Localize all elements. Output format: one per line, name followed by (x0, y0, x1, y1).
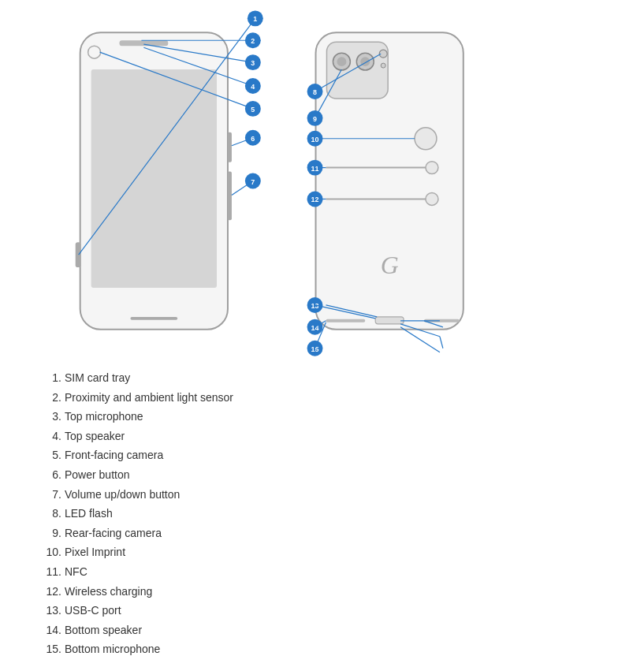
svg-rect-2 (119, 40, 168, 46)
legend-text: USB-C port (65, 603, 121, 619)
svg-rect-6 (228, 172, 232, 221)
legend-number: 1. (39, 371, 65, 386)
phone-diagram-svg: 1 2 3 4 5 6 7 (16, 8, 628, 371)
legend-item: 11.NFC (39, 565, 612, 580)
svg-text:1: 1 (253, 15, 257, 23)
svg-text:15: 15 (311, 345, 319, 353)
legend-item: 5.Front-facing camera (39, 448, 612, 464)
svg-point-37 (415, 128, 437, 150)
legend-number: 7. (39, 487, 65, 503)
svg-text:8: 8 (313, 88, 317, 96)
legend-list: 1.SIM card tray2.Proximity and ambient l… (39, 371, 612, 656)
legend-text: Rear-facing camera (65, 526, 162, 542)
svg-rect-4 (130, 317, 177, 320)
legend-item: 9.Rear-facing camera (39, 526, 612, 542)
legend-number: 9. (39, 526, 65, 542)
legend-number: 4. (39, 429, 65, 445)
svg-rect-5 (228, 132, 232, 162)
legend-text: SIM card tray (65, 371, 130, 386)
legend-text: Proximity and ambient light sensor (65, 390, 233, 406)
svg-point-40 (426, 162, 438, 174)
svg-text:11: 11 (311, 165, 319, 173)
svg-rect-7 (76, 242, 81, 267)
legend-text: Wireless charging (65, 584, 152, 600)
legend-text: Power button (65, 468, 130, 483)
legend-number: 8. (39, 506, 65, 522)
legend-text: Front-facing camera (65, 448, 163, 464)
svg-text:5: 5 (251, 106, 255, 114)
legend-number: 5. (39, 448, 65, 464)
svg-line-76 (440, 337, 443, 348)
svg-point-36 (381, 63, 385, 68)
svg-text:3: 3 (251, 59, 255, 67)
svg-text:6: 6 (251, 135, 255, 143)
svg-rect-43 (375, 317, 404, 324)
legend-number: 13. (39, 603, 65, 619)
legend-text: Volume up/down button (65, 487, 180, 503)
svg-text:9: 9 (313, 115, 317, 123)
svg-point-32 (337, 57, 346, 66)
svg-rect-30 (326, 42, 388, 99)
page-container: 1 2 3 4 5 6 7 (0, 0, 644, 656)
legend-item: 1.SIM card tray (39, 371, 612, 386)
svg-point-41 (426, 192, 438, 205)
legend-item: 2.Proximity and ambient light sensor (39, 390, 612, 406)
svg-text:12: 12 (311, 196, 319, 203)
legend-number: 10. (39, 545, 65, 561)
legend-item: 8.LED flash (39, 506, 612, 522)
svg-rect-44 (326, 319, 365, 322)
legend-number: 3. (39, 409, 65, 425)
legend-number: 2. (39, 390, 65, 406)
legend-number: 14. (39, 623, 65, 639)
legend-text: Bottom speaker (65, 623, 142, 639)
svg-text:4: 4 (251, 83, 255, 91)
legend-number: 11. (39, 565, 65, 580)
legend-number: 15. (39, 642, 65, 656)
legend-item: 15.Bottom microphone (39, 642, 612, 656)
legend-item: 12.Wireless charging (39, 584, 612, 600)
legend-number: 12. (39, 584, 65, 600)
diagram-area: 1 2 3 4 5 6 7 (16, 8, 628, 371)
svg-line-64 (400, 327, 440, 352)
legend-area: 1.SIM card tray2.Proximity and ambient l… (16, 371, 628, 656)
legend-item: 14.Bottom speaker (39, 623, 612, 639)
svg-text:2: 2 (251, 37, 255, 45)
svg-rect-1 (91, 69, 217, 288)
legend-text: Bottom microphone (65, 642, 160, 656)
svg-text:7: 7 (251, 178, 255, 186)
legend-item: 3.Top microphone (39, 409, 612, 425)
legend-item: 6.Power button (39, 468, 612, 483)
svg-text:G: G (381, 252, 399, 279)
legend-item: 13.USB-C port (39, 603, 612, 619)
svg-text:10: 10 (311, 136, 319, 144)
legend-item: 10.Pixel Imprint (39, 545, 612, 561)
legend-item: 4.Top speaker (39, 429, 612, 445)
legend-number: 6. (39, 468, 65, 483)
legend-text: LED flash (65, 506, 113, 522)
legend-text: Top microphone (65, 409, 143, 425)
legend-text: Top speaker (65, 429, 125, 445)
legend-text: NFC (65, 565, 87, 580)
legend-text: Pixel Imprint (65, 545, 125, 561)
legend-item: 7.Volume up/down button (39, 487, 612, 503)
